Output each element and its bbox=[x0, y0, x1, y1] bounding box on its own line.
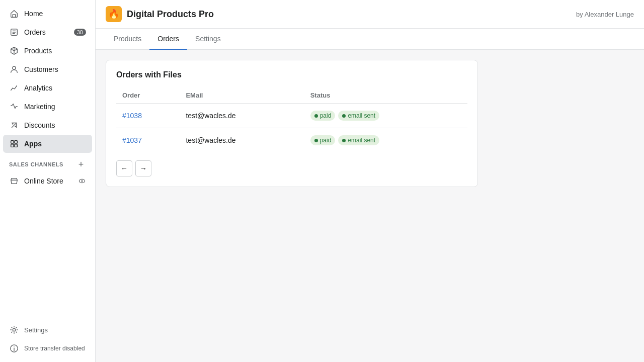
products-icon bbox=[9, 46, 19, 56]
badge-paid-2: paid bbox=[310, 135, 336, 145]
sidebar-item-settings-label: Settings bbox=[24, 326, 48, 334]
table-row: #1037 test@wacles.de paid bbox=[116, 128, 467, 153]
order-link-1038[interactable]: #1038 bbox=[122, 112, 142, 120]
order-email-2: test@wacles.de bbox=[180, 128, 304, 153]
svg-point-3 bbox=[15, 126, 16, 127]
prev-page-button[interactable]: ← bbox=[116, 160, 132, 176]
email-sent-label-1: email sent bbox=[348, 112, 375, 119]
store-icon bbox=[9, 176, 19, 186]
sidebar-item-customers[interactable]: Customers bbox=[3, 60, 92, 78]
marketing-icon bbox=[9, 102, 19, 112]
sidebar-item-store-transfer-label: Store transfer disabled bbox=[24, 345, 85, 352]
sidebar-item-orders-label: Orders bbox=[24, 28, 46, 36]
email-sent-label-2: email sent bbox=[348, 137, 375, 144]
customers-icon bbox=[9, 64, 19, 74]
sidebar-item-apps-label: Apps bbox=[24, 140, 42, 148]
sidebar-item-products-label: Products bbox=[24, 47, 52, 55]
tab-orders[interactable]: Orders bbox=[149, 29, 187, 50]
order-email-1: test@wacles.de bbox=[180, 104, 304, 128]
add-sales-channel-button[interactable]: + bbox=[76, 159, 86, 169]
svg-rect-4 bbox=[11, 141, 14, 143]
svg-rect-6 bbox=[11, 144, 14, 147]
badge-paid-1: paid bbox=[310, 111, 336, 121]
svg-point-2 bbox=[12, 123, 14, 125]
badge-email-sent-1: email sent bbox=[338, 111, 379, 121]
email-sent-dot-1 bbox=[342, 114, 346, 118]
info-icon bbox=[9, 343, 19, 353]
col-header-order: Order bbox=[116, 87, 180, 104]
sidebar-item-store-transfer[interactable]: Store transfer disabled bbox=[3, 339, 92, 357]
orders-table: Order EMail Status #1038 test@wacles.de bbox=[116, 87, 467, 152]
sidebar: Home Orders 30 Products Customers bbox=[0, 0, 96, 362]
sidebar-item-discounts-label: Discounts bbox=[24, 121, 55, 129]
sidebar-item-home-label: Home bbox=[24, 10, 43, 18]
badge-group-1: paid email sent bbox=[310, 111, 461, 121]
analytics-icon bbox=[9, 83, 19, 93]
badge-group-2: paid email sent bbox=[310, 135, 461, 145]
apps-icon bbox=[9, 139, 19, 149]
sidebar-item-settings[interactable]: Settings bbox=[3, 321, 92, 339]
orders-card-title: Orders with Files bbox=[116, 70, 467, 79]
sidebar-item-marketing[interactable]: Marketing bbox=[3, 98, 92, 116]
sidebar-item-apps[interactable]: Apps bbox=[3, 135, 92, 153]
col-header-status: Status bbox=[304, 87, 467, 104]
order-link-cell: #1037 bbox=[116, 128, 180, 153]
sidebar-item-marketing-label: Marketing bbox=[24, 103, 55, 111]
orders-badge: 30 bbox=[74, 29, 86, 36]
paid-dot-1 bbox=[314, 114, 318, 118]
online-store-eye-icon bbox=[78, 177, 86, 185]
orders-icon bbox=[9, 27, 19, 37]
app-author: by Alexander Lunge bbox=[576, 11, 634, 18]
paid-dot-2 bbox=[314, 139, 318, 142]
sidebar-item-analytics[interactable]: Analytics bbox=[3, 79, 92, 97]
sidebar-bottom: Settings Store transfer disabled bbox=[0, 316, 95, 362]
svg-point-9 bbox=[81, 180, 83, 182]
order-link-1037[interactable]: #1037 bbox=[122, 136, 142, 144]
home-icon bbox=[9, 9, 19, 19]
sidebar-item-online-store-label: Online Store bbox=[24, 177, 63, 185]
app-icon: 🔥 bbox=[106, 6, 122, 22]
svg-point-1 bbox=[13, 66, 16, 69]
sales-channels-section: SALES CHANNELS + bbox=[0, 153, 95, 171]
tab-settings[interactable]: Settings bbox=[187, 29, 229, 50]
settings-icon bbox=[9, 325, 19, 335]
app-header-left: 🔥 Digital Products Pro bbox=[106, 6, 214, 22]
svg-rect-5 bbox=[15, 141, 17, 143]
email-sent-dot-2 bbox=[342, 139, 346, 142]
sidebar-item-analytics-label: Analytics bbox=[24, 84, 52, 92]
table-header-row: Order EMail Status bbox=[116, 87, 467, 104]
next-page-button[interactable]: → bbox=[135, 160, 151, 176]
app-header: 🔥 Digital Products Pro by Alexander Lung… bbox=[96, 0, 644, 29]
tabs-bar: Products Orders Settings bbox=[96, 29, 644, 50]
sales-channels-title: SALES CHANNELS bbox=[9, 161, 63, 167]
tab-products[interactable]: Products bbox=[106, 29, 149, 50]
svg-point-10 bbox=[13, 328, 15, 331]
discounts-icon bbox=[9, 120, 19, 130]
paid-label-2: paid bbox=[320, 137, 332, 144]
badge-email-sent-2: email sent bbox=[338, 135, 379, 145]
sidebar-item-online-store[interactable]: Online Store bbox=[3, 172, 92, 190]
order-status-2: paid email sent bbox=[304, 128, 467, 153]
sidebar-item-orders[interactable]: Orders 30 bbox=[3, 23, 92, 41]
sidebar-item-discounts[interactable]: Discounts bbox=[3, 116, 92, 134]
main-content: 🔥 Digital Products Pro by Alexander Lung… bbox=[96, 0, 644, 362]
col-header-email: EMail bbox=[180, 87, 304, 104]
svg-point-12 bbox=[14, 346, 14, 347]
sidebar-item-products[interactable]: Products bbox=[3, 42, 92, 60]
order-status-1: paid email sent bbox=[304, 104, 467, 128]
sidebar-item-home[interactable]: Home bbox=[3, 5, 92, 23]
app-title: Digital Products Pro bbox=[127, 9, 214, 20]
orders-card: Orders with Files Order EMail Status #10… bbox=[106, 60, 478, 187]
sidebar-nav: Home Orders 30 Products Customers bbox=[0, 0, 95, 316]
page-content: Orders with Files Order EMail Status #10… bbox=[96, 50, 644, 362]
paid-label-1: paid bbox=[320, 112, 332, 119]
order-link-cell: #1038 bbox=[116, 104, 180, 128]
pagination: ← → bbox=[116, 160, 467, 176]
svg-rect-7 bbox=[15, 144, 17, 147]
table-row: #1038 test@wacles.de paid bbox=[116, 104, 467, 128]
sidebar-item-customers-label: Customers bbox=[24, 65, 58, 73]
